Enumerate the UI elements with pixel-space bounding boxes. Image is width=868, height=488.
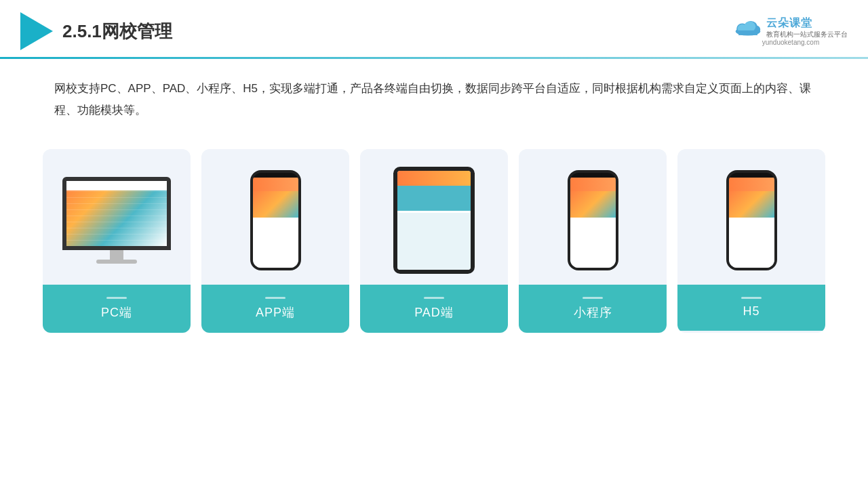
- monitor-screen: [66, 181, 167, 246]
- pc-card-label: PC端: [43, 285, 191, 333]
- pc-monitor-mockup: [62, 177, 171, 264]
- monitor-body: [62, 177, 171, 250]
- phone-notch-2: [583, 173, 602, 178]
- monitor-stand: [110, 250, 123, 260]
- h5-card-label: H5: [677, 285, 825, 331]
- h5-phone-mockup: [726, 170, 777, 270]
- pad-card-label: PAD端: [360, 285, 508, 333]
- phone-screen-inner-2: [570, 191, 616, 268]
- pc-card-image: [43, 149, 191, 285]
- h5-label-text: H5: [743, 304, 760, 318]
- header-right: 云朵课堂 教育机构一站式服务云平台 yunduoketang.com: [734, 16, 848, 47]
- pad-card: PAD端: [360, 149, 508, 333]
- brand-tagline: 教育机构一站式服务云平台: [766, 30, 848, 39]
- brand-text: 云朵课堂 教育机构一站式服务云平台: [766, 16, 848, 39]
- miniapp-card: 小程序: [519, 149, 667, 333]
- svg-point-5: [744, 22, 755, 32]
- card-label-line-2: [265, 297, 285, 299]
- cards-container: PC端 APP端 PAD端: [0, 129, 868, 333]
- phone-screen-inner: [253, 191, 298, 268]
- phone-notch-3: [742, 173, 761, 178]
- app-card-label: APP端: [201, 285, 349, 333]
- svg-rect-6: [738, 30, 757, 35]
- pc-label-text: PC端: [101, 306, 132, 319]
- phone-notch: [266, 173, 285, 178]
- brand-logo: 云朵课堂 教育机构一站式服务云平台: [734, 16, 848, 39]
- card-label-line-5: [741, 297, 762, 299]
- pad-card-image: [360, 149, 508, 285]
- tablet-screen: [397, 171, 471, 270]
- miniapp-label-text: 小程序: [574, 306, 612, 319]
- miniapp-card-image: [519, 149, 667, 285]
- pad-label-text: PAD端: [414, 306, 454, 319]
- logo-triangle-icon: [20, 12, 53, 50]
- monitor-base: [96, 260, 137, 264]
- cloud-icon: [734, 18, 762, 37]
- phone-screen-3: [729, 178, 774, 268]
- card-label-line-4: [583, 297, 603, 299]
- phone-screen-2: [570, 178, 616, 268]
- miniapp-card-label: 小程序: [519, 285, 667, 333]
- miniapp-phone-mockup: [568, 170, 618, 270]
- tablet-mockup: [393, 167, 475, 274]
- description-text: 网校支持PC、APP、PAD、小程序、H5，实现多端打通，产品各终端自由切换，数…: [0, 59, 868, 122]
- card-label-line: [106, 297, 127, 299]
- app-label-text: APP端: [256, 306, 295, 319]
- header: 2.5.1网校管理 云朵课堂 教育机构一站式服务云平台 yunduoketang…: [0, 0, 868, 50]
- phone-screen: [253, 178, 298, 268]
- h5-card-image: [677, 149, 825, 285]
- card-label-line-3: [424, 297, 444, 299]
- app-phone-mockup: [250, 170, 301, 270]
- header-left: 2.5.1网校管理: [20, 12, 172, 50]
- app-card: APP端: [201, 149, 349, 333]
- pc-card: PC端: [43, 149, 191, 333]
- page-title: 2.5.1网校管理: [62, 20, 172, 43]
- app-card-image: [201, 149, 349, 285]
- phone-screen-inner-3: [729, 191, 774, 268]
- brand-url: yunduoketang.com: [762, 39, 820, 46]
- brand-name: 云朵课堂: [766, 16, 848, 30]
- h5-card: H5: [677, 149, 825, 333]
